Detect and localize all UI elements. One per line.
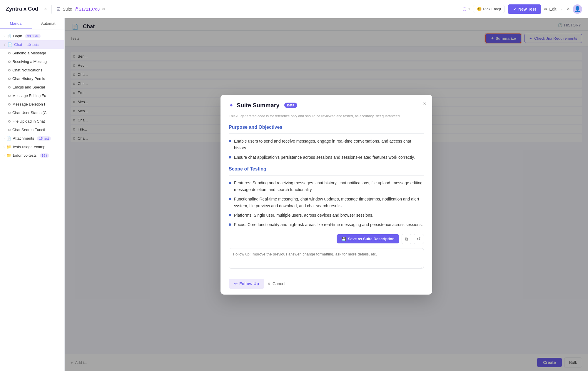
emojis-label: Emojis and Special bbox=[12, 85, 45, 89]
tests-usage-label: tests-usage-examp bbox=[13, 145, 46, 149]
todomvc-badge: 19 t bbox=[40, 153, 49, 158]
topbar: Zyntra x Cod × ☑ Suite @S171137d8 ⧉ ⬡ 1 … bbox=[0, 0, 588, 18]
modal-body: Purpose and Objectives Enable users to s… bbox=[220, 123, 432, 275]
section2-title: Scope of Testing bbox=[229, 166, 424, 172]
disclaimer-text: This AI-generated code is for reference … bbox=[229, 114, 400, 118]
refresh-icon: ↺ bbox=[417, 236, 421, 241]
sidebar-tree: › 📄 Login 30 tests ∨ 📄 Chat 10 tests Sen… bbox=[0, 29, 64, 162]
sidebar-item-chat-search[interactable]: Chat Search Functi bbox=[0, 126, 64, 134]
modal-actions-row: 💾 Save as Suite Description ⧉ ↺ bbox=[229, 234, 424, 244]
sidebar-item-tests-usage[interactable]: › 📁 tests-usage-examp bbox=[0, 143, 64, 151]
modal-overlay: ✦ Suite Summary beta × This AI-generated… bbox=[65, 18, 588, 371]
copy-icon: ⧉ bbox=[405, 236, 408, 241]
main-layout: Manual Automat › 📄 Login 30 tests ∨ 📄 Ch… bbox=[0, 18, 588, 371]
app-close-icon[interactable]: × bbox=[44, 6, 47, 12]
badge-number: 1 bbox=[468, 7, 470, 11]
sidebar-item-file-upload[interactable]: File Upload in Chat bbox=[0, 117, 64, 126]
save-suite-description-button[interactable]: 💾 Save as Suite Description bbox=[337, 234, 399, 243]
sending-label: Sending a Message bbox=[12, 51, 46, 55]
bullet-dot bbox=[229, 182, 231, 184]
app-name: Zyntra x Cod bbox=[6, 6, 38, 12]
sidebar-item-emojis[interactable]: Emojis and Special bbox=[0, 83, 64, 91]
tab-manual[interactable]: Manual bbox=[0, 18, 32, 29]
sidebar-item-receiving[interactable]: Receiving a Messag bbox=[0, 57, 64, 66]
bullet-item: Enable users to send and receive message… bbox=[229, 138, 424, 151]
bullet-item: Focus: Core functionality and high-risk … bbox=[229, 221, 424, 228]
save-suite-label: Save as Suite Description bbox=[348, 237, 395, 241]
new-test-button[interactable]: ✓ New Test bbox=[508, 4, 541, 14]
bullet-item: Functionality: Real-time messaging, chat… bbox=[229, 196, 424, 209]
modal-close-button[interactable]: × bbox=[423, 101, 426, 107]
topbar-actions: ⬡ 1 😊 Pick Emoji ✓ New Test ✏ Edit ··· ×… bbox=[462, 4, 582, 14]
chevron-right-icon: › bbox=[4, 154, 5, 157]
badge-icon: ⬡ bbox=[462, 6, 467, 12]
modal-title: Suite Summary bbox=[237, 102, 280, 109]
edit-button[interactable]: ✏ Edit bbox=[544, 7, 556, 11]
sidebar-item-chat-history[interactable]: Chat History Persis bbox=[0, 74, 64, 83]
chevron-right-icon: › bbox=[4, 34, 5, 38]
folder-icon-todo: 📁 bbox=[6, 153, 11, 158]
avatar[interactable]: 👤 bbox=[573, 4, 582, 14]
sidebar-item-login[interactable]: › 📄 Login 30 tests bbox=[0, 32, 64, 40]
section1-title: Purpose and Objectives bbox=[229, 125, 424, 130]
modal-disclaimer: This AI-generated code is for reference … bbox=[220, 113, 432, 123]
bullet-dot bbox=[229, 223, 231, 226]
circle-icon bbox=[8, 78, 11, 80]
follow-up-button[interactable]: ↩ Follow Up bbox=[229, 279, 264, 289]
edit-label: Edit bbox=[549, 7, 556, 11]
tab-automat[interactable]: Automat bbox=[32, 18, 65, 29]
pencil-icon: ✏ bbox=[544, 7, 548, 11]
bullet-item: Platforms: Single user, multiple users, … bbox=[229, 212, 424, 218]
save-icon: 💾 bbox=[341, 237, 346, 241]
cancel-label: Cancel bbox=[273, 281, 285, 286]
modal-footer: ↩ Follow Up ✕ Cancel bbox=[220, 275, 432, 295]
sidebar-item-message-deletion[interactable]: Message Deletion F bbox=[0, 100, 64, 108]
suite-label: Suite bbox=[63, 7, 72, 11]
sidebar-tabs: Manual Automat bbox=[0, 18, 64, 29]
pick-emoji-button[interactable]: 😊 Pick Emoji bbox=[473, 5, 505, 13]
chevron-down-icon: ∨ bbox=[4, 43, 6, 46]
chat-history-label: Chat History Persis bbox=[12, 76, 45, 81]
bullet-text: Ensure chat application's persistence ac… bbox=[234, 154, 415, 161]
topbar-divider bbox=[51, 5, 52, 14]
bullet-text: Focus: Core functionality and high-risk … bbox=[234, 221, 423, 228]
circle-icon bbox=[8, 120, 11, 123]
close-topbar-button[interactable]: × bbox=[567, 6, 570, 12]
modal-header: ✦ Suite Summary beta bbox=[220, 95, 432, 113]
bullet-dot bbox=[229, 198, 231, 200]
sidebar-item-sending[interactable]: Sending a Message bbox=[0, 49, 64, 57]
followup-textarea[interactable] bbox=[229, 248, 424, 269]
file-upload-label: File Upload in Chat bbox=[12, 119, 45, 123]
sidebar-item-todomvc[interactable]: › 📁 todomvc-tests 19 t bbox=[0, 151, 64, 160]
more-button[interactable]: ··· bbox=[559, 6, 564, 12]
login-badge: 30 tests bbox=[25, 34, 41, 38]
bullet-dot bbox=[229, 156, 231, 158]
bullet-text: Platforms: Single user, multiple users, … bbox=[234, 212, 373, 218]
circle-icon bbox=[8, 112, 11, 114]
refresh-button[interactable]: ↺ bbox=[414, 234, 424, 244]
sidebar-item-chat-notifications[interactable]: Chat Notifications bbox=[0, 66, 64, 74]
file-icon-chat: 📄 bbox=[8, 42, 12, 47]
circle-icon bbox=[8, 52, 11, 54]
suite-id[interactable]: @S171137d8 bbox=[74, 7, 100, 11]
suite-icon: ☑ bbox=[56, 6, 60, 12]
bullet-dot bbox=[229, 214, 231, 216]
copy-button[interactable]: ⧉ bbox=[402, 234, 411, 244]
bullet-text: Features: Sending and receiving messages… bbox=[234, 180, 424, 193]
cancel-button[interactable]: ✕ Cancel bbox=[267, 281, 285, 286]
sidebar-item-message-editing[interactable]: Message Editing Fu bbox=[0, 91, 64, 100]
attachments-badge: 15 test bbox=[37, 136, 51, 141]
sidebar-item-chat[interactable]: ∨ 📄 Chat 10 tests bbox=[0, 40, 64, 49]
circle-icon bbox=[8, 61, 11, 63]
circle-icon bbox=[8, 103, 11, 106]
circle-icon bbox=[8, 95, 11, 97]
bullet-dot bbox=[229, 140, 231, 142]
follow-up-label: Follow Up bbox=[239, 281, 259, 286]
suite-copy-icon[interactable]: ⧉ bbox=[102, 7, 105, 11]
chat-search-label: Chat Search Functi bbox=[12, 128, 45, 132]
app-logo: Zyntra x Cod bbox=[6, 6, 38, 12]
sidebar-item-chat-user-status[interactable]: Chat User Status (C bbox=[0, 108, 64, 117]
todomvc-label: todomvc-tests bbox=[13, 153, 37, 158]
sidebar-item-attachments[interactable]: › 📄 Attachments 15 test bbox=[0, 134, 64, 143]
msg-deletion-label: Message Deletion F bbox=[12, 102, 46, 106]
